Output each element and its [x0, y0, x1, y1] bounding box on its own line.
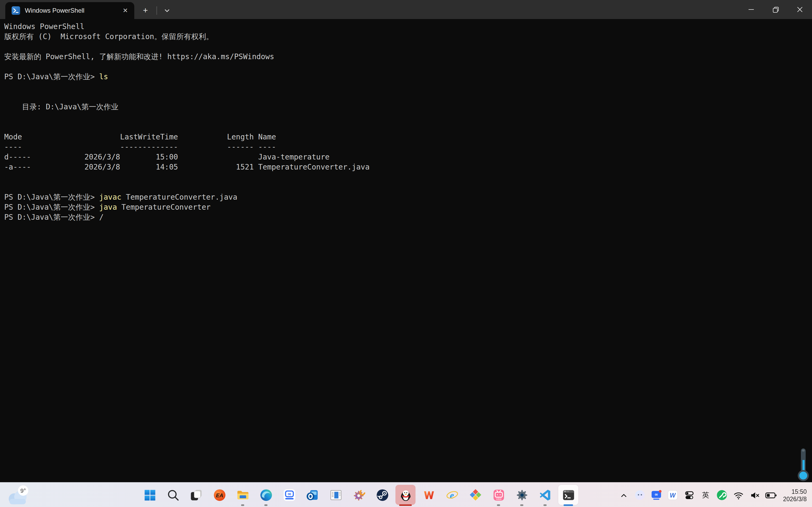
- taskbar-start[interactable]: [138, 484, 161, 507]
- battery-icon: [765, 490, 777, 500]
- tray-chevron-up-icon: [619, 490, 628, 500]
- taskbar-steam[interactable]: [370, 484, 394, 507]
- settings-icon: [515, 489, 528, 502]
- taskbar-diamond-app[interactable]: [464, 484, 487, 507]
- weather-widget[interactable]: 9°: [5, 485, 39, 506]
- tray-w-app-tray[interactable]: W: [664, 486, 681, 504]
- edge-running-indicator: [264, 504, 267, 506]
- powershell-icon: [12, 6, 20, 15]
- clock-time: 15:50: [783, 488, 807, 495]
- system-tray: ∞W英15:502026/3/8: [615, 483, 809, 507]
- volume-muted-icon: [749, 490, 760, 500]
- taskbar-vscode[interactable]: [534, 484, 557, 507]
- terminal-line: Mode LastWriteTime Length Name: [4, 132, 808, 142]
- outlook-icon: [306, 489, 319, 502]
- assistant-icon: [635, 490, 646, 501]
- taskbar-windows-terminal[interactable]: [557, 484, 580, 507]
- terminal-line: PS D:\Java\第一次作业> java TemperatureConver…: [4, 202, 808, 212]
- taskbar-clock[interactable]: 15:502026/3/8: [783, 488, 809, 503]
- cloud-icon: 9°: [5, 484, 33, 506]
- terminal-viewport[interactable]: Windows PowerShell版权所有 (C) Microsoft Cor…: [0, 19, 812, 482]
- terminal-line: [4, 82, 808, 92]
- wps-office-icon: [422, 489, 435, 502]
- tab-close-icon[interactable]: ✕: [119, 5, 131, 16]
- tray-ime[interactable]: 英: [697, 486, 714, 504]
- svg-text:∞: ∞: [287, 491, 291, 497]
- task-view-icon: [190, 489, 203, 502]
- settings-running-indicator: [520, 504, 523, 506]
- green-tool-icon: [716, 490, 727, 501]
- windows-terminal-icon: [562, 489, 575, 502]
- qq-running-indicator: [399, 504, 412, 506]
- taskbar-report-app[interactable]: [324, 484, 347, 507]
- restore-icon: [772, 6, 779, 13]
- taskbar-search[interactable]: [161, 484, 185, 507]
- taskbar-ea-app[interactable]: EA: [208, 484, 231, 507]
- terminal-line: [4, 92, 808, 102]
- taskbar-repair-tool[interactable]: [347, 484, 370, 507]
- tab-dropdown-button[interactable]: [159, 3, 175, 18]
- close-button[interactable]: [788, 0, 812, 19]
- taskbar-settings[interactable]: [510, 484, 534, 507]
- minimize-button[interactable]: [739, 0, 763, 19]
- tab-title: Windows PowerShell: [25, 7, 119, 14]
- svg-text:bilibili: bilibili: [496, 498, 501, 500]
- terminal-line: PS D:\Java\第一次作业> ls: [4, 72, 808, 82]
- terminal-line: Windows PowerShell: [4, 22, 808, 32]
- report-app-icon: [329, 489, 342, 502]
- internet-explorer-icon: e: [445, 489, 459, 502]
- restore-button[interactable]: [763, 0, 788, 19]
- taskbar-task-view[interactable]: [185, 484, 208, 507]
- new-tab-button[interactable]: +: [138, 3, 153, 18]
- taskbar-qq[interactable]: [394, 484, 417, 507]
- terminal-line: [4, 112, 808, 122]
- taskbar-bilibili[interactable]: bilibili: [487, 484, 510, 507]
- tray-assistant[interactable]: [632, 486, 648, 504]
- terminal-line: 目录: D:\Java\第一次作业: [4, 102, 808, 112]
- vscode-icon: [539, 489, 552, 502]
- clock-date: 2026/3/8: [783, 495, 807, 503]
- window-titlebar: Windows PowerShell ✕ +: [0, 0, 812, 19]
- terminal-line: d----- 2026/3/8 15:00 Java-temperature: [4, 152, 808, 162]
- taskbar-file-explorer[interactable]: [231, 484, 254, 507]
- taskbar-edge[interactable]: [254, 484, 277, 507]
- edge-icon: [259, 489, 272, 502]
- tray-volume-muted[interactable]: [747, 486, 763, 504]
- taskbar-internet-explorer[interactable]: e: [440, 484, 464, 507]
- window-controls: [739, 0, 812, 19]
- taskbar-outlook[interactable]: [301, 484, 324, 507]
- svg-text:W: W: [670, 492, 676, 499]
- tray-battery[interactable]: [763, 486, 779, 504]
- taskbar-wps-office[interactable]: [417, 484, 440, 507]
- terminal-line: [4, 122, 808, 132]
- file-explorer-icon: [236, 489, 249, 502]
- tray-green-tool[interactable]: [714, 486, 730, 504]
- tab-windows-powershell[interactable]: Windows PowerShell ✕: [5, 2, 134, 19]
- svg-text:EA: EA: [216, 493, 223, 498]
- ea-app-icon: EA: [213, 489, 226, 502]
- tray-wifi[interactable]: [730, 486, 747, 504]
- steam-icon: [375, 489, 389, 502]
- taskbar-infinity-app[interactable]: ∞: [277, 484, 301, 507]
- chevron-down-icon: [164, 7, 170, 14]
- close-icon: [797, 6, 803, 13]
- search-icon: [166, 489, 180, 502]
- tray-infinity-tray[interactable]: ∞: [648, 486, 664, 504]
- tabbar-divider: [156, 6, 157, 15]
- terminal-line: 版权所有 (C) Microsoft Corporation。保留所有权利。: [4, 32, 808, 42]
- terminal-output: Windows PowerShell版权所有 (C) Microsoft Cor…: [0, 19, 812, 225]
- start-icon: [143, 489, 156, 502]
- diamond-app-icon: [469, 489, 482, 502]
- terminal-line: [4, 182, 808, 192]
- bilibili-icon: bilibili: [492, 489, 505, 502]
- terminal-line: [4, 42, 808, 52]
- taskbar-app-group: EA∞ebilibili: [138, 483, 580, 507]
- terminal-line: [4, 62, 808, 72]
- ime-indicator: 英: [699, 490, 712, 500]
- tray-toggles[interactable]: [681, 486, 697, 504]
- repair-tool-icon: [352, 489, 365, 502]
- wifi-icon: [733, 490, 744, 500]
- terminal-line: -a---- 2026/3/8 14:05 1521 TemperatureCo…: [4, 162, 808, 172]
- bilibili-running-indicator: [497, 504, 500, 506]
- tray-tray-chevron-up[interactable]: [615, 486, 632, 504]
